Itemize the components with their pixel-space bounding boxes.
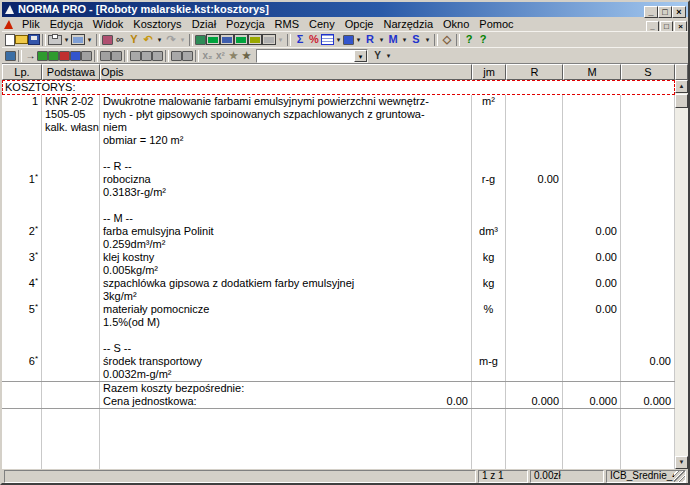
m-columns-icon[interactable]: M <box>386 33 400 46</box>
menu-item-pozycja[interactable]: Pozycja <box>221 18 270 31</box>
superscript-icon[interactable]: x² <box>214 49 227 62</box>
table-row[interactable]: 0.005kg/m² <box>2 264 675 277</box>
table-icon[interactable] <box>321 34 334 45</box>
eraser-icon[interactable]: ◇ <box>440 33 454 46</box>
table-row[interactable]: -- M -- <box>2 212 675 225</box>
table-row[interactable]: 3*klej kostnykg0.00 <box>2 251 675 264</box>
table-row[interactable]: 4*szpachlówka gipsowa z dodatkiem farby … <box>2 277 675 290</box>
filter-funnel-icon[interactable]: Y <box>127 33 141 46</box>
menu-item-kosztorys[interactable]: Kosztorys <box>128 18 186 31</box>
column-header-m[interactable]: M <box>563 64 621 80</box>
menu-item-pomoc[interactable]: Pomoc <box>474 18 518 31</box>
insert-position-icon[interactable] <box>102 35 113 45</box>
star-outline-icon[interactable]: ★ <box>240 49 253 62</box>
m-columns-dropdown[interactable]: ▾ <box>400 33 409 46</box>
move-up-icon[interactable] <box>130 51 141 61</box>
table-row[interactable]: Razem koszty bezpośrednie: <box>2 382 675 395</box>
menu-item-plik[interactable]: Plik <box>17 18 45 31</box>
hierarchy-icon[interactable] <box>111 51 122 61</box>
bind-icon[interactable] <box>171 51 182 61</box>
truck-icon[interactable] <box>59 51 70 61</box>
scroll-down-button[interactable]: ▼ <box>675 456 688 469</box>
r-columns-dropdown[interactable]: ▾ <box>377 33 386 46</box>
scroll-track[interactable] <box>675 108 688 456</box>
menu-item-ceny[interactable]: Ceny <box>304 18 340 31</box>
table-row[interactable]: 0.3183r-g/m² <box>2 186 675 199</box>
filter-icon[interactable]: Y <box>371 49 384 62</box>
s-columns-dropdown[interactable]: ▾ <box>423 33 432 46</box>
pie-icon[interactable] <box>100 51 111 61</box>
move-to-icon[interactable] <box>152 51 163 61</box>
move-down-icon[interactable] <box>141 51 152 61</box>
scroll-thumb[interactable] <box>675 94 688 108</box>
rms-search-combo[interactable]: ▾ <box>256 49 368 63</box>
table-dropdown[interactable]: ▾ <box>334 33 343 46</box>
view-przedmiar-icon[interactable] <box>220 34 234 45</box>
person-icon[interactable] <box>81 51 92 61</box>
menu-item-edycja[interactable]: Edycja <box>45 18 88 31</box>
table-row[interactable] <box>2 199 675 212</box>
new-document-icon[interactable] <box>5 34 15 46</box>
section-row[interactable]: KOSZTORYS: <box>2 80 675 95</box>
view-dropdown[interactable]: ▾ <box>276 33 285 46</box>
unbind-icon[interactable] <box>182 51 193 61</box>
filter-dropdown[interactable]: ▾ <box>384 49 393 62</box>
table-row[interactable] <box>2 147 675 160</box>
column-header-podstawa[interactable]: Podstawa <box>42 64 100 80</box>
menu-item-okno[interactable]: Okno <box>438 18 474 31</box>
document-icon[interactable] <box>3 19 15 30</box>
save-icon[interactable] <box>28 34 40 45</box>
binoculars-icon[interactable]: ∞ <box>113 33 127 46</box>
open-folder-icon[interactable] <box>15 35 28 44</box>
r-columns-icon[interactable]: R <box>363 33 377 46</box>
s-columns-icon[interactable]: S <box>409 33 423 46</box>
goto-arrow-icon[interactable]: → <box>24 49 37 62</box>
table-row[interactable]: 2*farba emulsyjna Polinitdm³0.00 <box>2 225 675 238</box>
calc-icon[interactable]: % <box>307 33 321 46</box>
tree-view-icon[interactable] <box>195 35 206 45</box>
table-row[interactable]: 1.5%(od M) <box>2 316 675 329</box>
column-header-opis[interactable]: Opis <box>100 64 472 80</box>
print-preview-icon[interactable] <box>71 34 85 45</box>
table-row[interactable] <box>2 329 675 342</box>
rms-search-combo-dropdown[interactable]: ▾ <box>354 50 367 62</box>
table-row[interactable]: kalk. własnaniem <box>2 121 675 134</box>
sum-icon[interactable]: Σ <box>293 33 307 46</box>
table-row[interactable]: 0.0032m-g/m² <box>2 368 675 381</box>
table-row[interactable]: obmiar = 120 m² <box>2 134 675 147</box>
resize-grip[interactable] <box>674 471 685 482</box>
star-icon[interactable]: ★ <box>227 49 240 62</box>
table-row[interactable]: 6*środek transportowym-g0.00 <box>2 355 675 368</box>
table-row[interactable]: 1505-05nych - płyt gipsowych spoinowanyc… <box>2 108 675 121</box>
insert-pozycja-icon[interactable] <box>48 51 59 61</box>
scroll-up-button[interactable]: ▲ <box>675 80 688 93</box>
table-row[interactable]: -- R -- <box>2 160 675 173</box>
column-header-r[interactable]: R <box>506 64 563 80</box>
kosztorys-columns-dropdown[interactable]: ▾ <box>354 33 363 46</box>
rms-search-combo-input[interactable] <box>257 50 354 62</box>
kosztorys-columns-icon[interactable] <box>343 35 354 45</box>
context-help-icon[interactable]: ? <box>476 33 490 46</box>
preview-dropdown[interactable]: ▾ <box>85 33 94 46</box>
view-ceny-icon[interactable] <box>248 34 262 45</box>
menu-item-narzędzia[interactable]: Narzędzia <box>379 18 439 31</box>
view-zestawienie-icon[interactable] <box>234 34 248 45</box>
insert-dzial-icon[interactable] <box>37 51 48 61</box>
redo-icon[interactable]: ↷ <box>164 33 178 46</box>
column-header-s[interactable]: S <box>621 64 675 80</box>
view-inne-icon[interactable] <box>262 34 276 45</box>
help-icon[interactable]: ? <box>462 33 476 46</box>
print-icon[interactable] <box>48 35 62 45</box>
menu-item-widok[interactable]: Widok <box>88 18 129 31</box>
menu-item-rms[interactable]: RMS <box>270 18 304 31</box>
org-chart-icon[interactable] <box>70 51 81 61</box>
dzial-icon[interactable] <box>5 51 16 61</box>
view-kosztorys-icon[interactable] <box>206 34 220 45</box>
table-row[interactable]: 5*materiały pomocnicze%0.00 <box>2 303 675 316</box>
table-row[interactable]: Cena jednostkowa:0.000.0000.0000.000 <box>2 395 675 408</box>
table-row[interactable]: 0.259dm³/m² <box>2 238 675 251</box>
menu-item-dział[interactable]: Dział <box>187 18 221 31</box>
vertical-scrollbar[interactable]: ▲ ▼ <box>675 80 688 469</box>
undo-dropdown[interactable]: ▾ <box>155 33 164 46</box>
table-row[interactable]: 1KNR 2-02Dwukrotne malowanie farbami emu… <box>2 95 675 108</box>
